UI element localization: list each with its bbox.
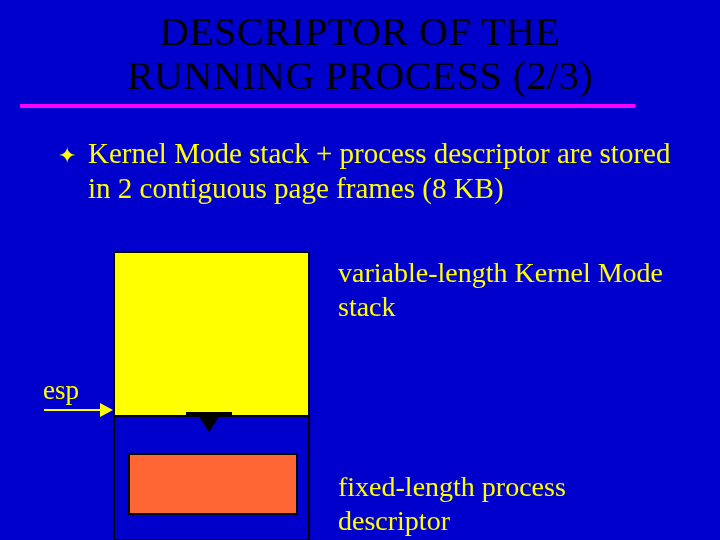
annotation-descriptor: fixed-length process descriptor [338, 470, 658, 537]
esp-arrow-line [44, 409, 102, 411]
esp-label: esp [43, 375, 79, 406]
annotation-stack: variable-length Kernel Mode stack [338, 256, 668, 323]
kernel-stack-box [113, 251, 310, 417]
stack-growth-arrow-icon [196, 412, 222, 432]
process-descriptor-box [128, 453, 298, 515]
memory-diagram: esp variable-length Kernel Mode stack fi… [0, 0, 720, 540]
esp-arrow-icon [100, 403, 113, 417]
